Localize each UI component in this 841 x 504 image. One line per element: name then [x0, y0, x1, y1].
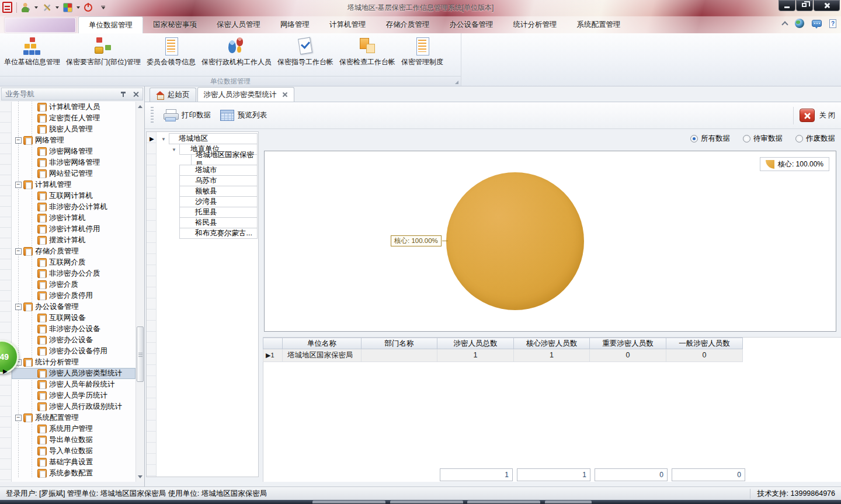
sidebar-tree-item[interactable]: 涉密介质 — [12, 279, 135, 290]
cell-general[interactable]: 0 — [666, 349, 743, 362]
col-header-total[interactable]: 涉密人员总数 — [437, 338, 514, 349]
sidebar-tree-item[interactable]: 网站登记管理 — [12, 168, 135, 179]
sidebar-tree-item[interactable]: − 计算机管理 — [12, 179, 135, 190]
toolbar-grip[interactable] — [151, 107, 154, 124]
expander-icon[interactable]: ▼ — [172, 147, 176, 152]
ribbon-button[interactable]: 保密管理制度 — [398, 34, 446, 68]
sidebar-tree-item[interactable]: 非涉密网络管理 — [12, 157, 135, 168]
ribbon-tab[interactable]: 单位数据管理 — [78, 16, 143, 33]
sidebar-tree-item[interactable]: 导入单位数据 — [12, 446, 135, 457]
ribbon-tab[interactable]: 网络管理 — [270, 16, 319, 33]
collapse-expander-icon[interactable]: − — [15, 415, 22, 421]
sidebar-tree-item[interactable]: − 存储介质管理 — [12, 246, 135, 257]
sidebar-tree-item[interactable]: 涉密人员学历统计 — [12, 390, 135, 401]
tab-secret-type-statistics[interactable]: 涉密人员涉密类型统计 — [197, 87, 294, 102]
cell-unit-name[interactable]: 塔城地区国家保密局 — [282, 349, 362, 362]
scroll-down-icon[interactable] — [138, 475, 143, 478]
print-data-button[interactable]: 打印数据 — [158, 106, 216, 125]
scrollbar-thumb[interactable] — [137, 326, 144, 382]
collapse-ribbon-chevron-icon[interactable] — [781, 21, 788, 27]
close-tab-button[interactable] — [800, 109, 815, 122]
sidebar-tree-item[interactable]: 互联网介质 — [12, 257, 135, 268]
sidebar-tree-item[interactable]: 涉密人员行政级别统计 — [12, 401, 135, 412]
cell-dept-name[interactable] — [361, 349, 437, 362]
ribbon-button[interactable]: 保密指导工作台帐 — [274, 34, 336, 68]
ribbon-tab[interactable]: 办公设备管理 — [440, 16, 503, 33]
sidebar-tree-item[interactable]: 涉密办公设备 — [12, 335, 135, 346]
sidebar-tree-item[interactable]: 系统参数配置 — [12, 468, 135, 479]
sidebar-tree-item[interactable]: 互联网计算机 — [12, 190, 135, 201]
scroll-up-icon[interactable] — [138, 105, 143, 108]
ribbon-button[interactable]: 保密要害部门(部位)管理 — [63, 34, 144, 68]
collapse-expander-icon[interactable]: − — [15, 137, 22, 144]
radio-pending-data[interactable]: 待审数据 — [743, 134, 783, 144]
expander-icon[interactable]: ▼ — [161, 137, 166, 142]
sidebar-tree-item[interactable]: 涉密人员年龄段统计 — [12, 379, 135, 390]
ribbon-tab[interactable]: 统计分析管理 — [503, 16, 567, 33]
ribbon-button[interactable]: 单位基础信息管理 — [1, 34, 63, 68]
dialog-launcher-icon[interactable] — [455, 81, 458, 84]
cell-total[interactable]: 1 — [437, 349, 514, 362]
sidebar-tree-item[interactable]: 非涉密办公介质 — [12, 268, 135, 279]
region-tree-item[interactable]: 托里县 — [179, 207, 258, 218]
sidebar-tree-item[interactable]: − 办公设备管理 — [12, 301, 135, 312]
sidebar-tree-item[interactable]: 互联网设备 — [12, 312, 135, 324]
sidebar-tree-item[interactable]: 脱密人员管理 — [12, 124, 135, 135]
region-tree-item[interactable]: ▼ 塔城地区 — [169, 133, 258, 144]
sidebar-tree-item[interactable]: 基础字典设置 — [12, 457, 135, 468]
pin-icon[interactable] — [120, 91, 126, 98]
chat-icon[interactable] — [812, 20, 822, 27]
ribbon-tab[interactable]: 计算机管理 — [319, 16, 376, 33]
sidebar-tree-item[interactable]: 涉密办公设备停用 — [12, 346, 135, 357]
tab-start-page[interactable]: 起始页 — [150, 88, 196, 102]
col-header-general[interactable]: 一般涉密人员数 — [666, 338, 743, 349]
preview-list-button[interactable]: 预览列表 — [216, 107, 272, 124]
col-header-important[interactable]: 重要涉密人员数 — [589, 338, 666, 349]
help-icon[interactable] — [829, 19, 836, 28]
sidebar-tree-item[interactable]: 非涉密办公计算机 — [12, 201, 135, 213]
ribbon-button[interactable]: 保密检查工作台帐 — [336, 34, 398, 68]
collapse-expander-icon[interactable]: − — [15, 304, 22, 310]
pie-slice-core[interactable] — [446, 172, 584, 310]
globe-icon[interactable] — [795, 19, 804, 28]
region-tree-item[interactable]: 沙湾县 — [179, 196, 258, 207]
region-tree-item[interactable]: 塔城市 — [179, 165, 258, 176]
sidebar-tree-item[interactable]: 计算机管理人员 — [12, 102, 135, 113]
region-tree-item[interactable]: 额敏县 — [179, 186, 258, 197]
sidebar-tree-item[interactable]: 系统用户管理 — [12, 423, 135, 435]
ribbon-tab[interactable]: 保密人员管理 — [207, 16, 270, 33]
region-tree-item[interactable]: 塔城地区国家保密局 — [191, 154, 258, 165]
sidebar-tree-item[interactable]: 涉密介质停用 — [12, 290, 135, 301]
ribbon-button[interactable]: 保密行政机构工作人员 — [199, 34, 274, 68]
sidebar-tree-item[interactable]: − 统计分析管理 — [12, 357, 135, 368]
sidebar-tree-item[interactable]: 涉密网络管理 — [12, 146, 135, 157]
table-row[interactable]: ▶1 塔城地区国家保密局 1 1 0 0 — [263, 349, 841, 362]
close-sidebar-icon[interactable] — [133, 91, 139, 97]
collapse-expander-icon[interactable]: − — [15, 248, 22, 255]
sidebar-scrollbar[interactable] — [135, 102, 144, 482]
col-header-core[interactable]: 核心涉密人员数 — [513, 338, 590, 349]
region-tree-item[interactable]: 和布克赛尔蒙古... — [179, 228, 258, 239]
cell-core[interactable]: 1 — [513, 349, 590, 362]
close-button[interactable] — [814, 0, 840, 11]
sidebar-tree-item[interactable]: 定密责任人管理 — [12, 113, 135, 124]
sidebar-tree-item[interactable]: 涉密计算机 — [12, 213, 135, 224]
sidebar-tree-item[interactable]: 导出单位数据 — [12, 435, 135, 446]
sidebar-tree-item[interactable]: 非涉密办公设备 — [12, 324, 135, 335]
restore-button[interactable] — [796, 0, 813, 11]
collapse-expander-icon[interactable]: − — [15, 182, 22, 188]
cell-important[interactable]: 0 — [589, 349, 666, 362]
sidebar-tree-item[interactable]: 涉密计算机停用 — [12, 224, 135, 235]
sidebar-tree-item[interactable]: − 网络管理 — [12, 135, 135, 146]
radio-voided-data[interactable]: 作废数据 — [795, 134, 835, 144]
ribbon-button[interactable]: 委员会领导信息 — [144, 34, 199, 68]
sidebar-tree-item[interactable]: 摆渡计算机 — [12, 235, 135, 246]
ribbon-tab[interactable]: 存储介质管理 — [376, 16, 440, 33]
radio-all-data[interactable]: 所有数据 — [690, 134, 730, 144]
col-header-unit-name[interactable]: 单位名称 — [282, 338, 362, 349]
ribbon-tab[interactable]: 国家秘密事项 — [143, 16, 207, 33]
col-header-dept-name[interactable]: 部门名称 — [361, 338, 437, 349]
ribbon-tab[interactable]: 系统配置管理 — [567, 16, 631, 33]
region-tree-item[interactable]: 乌苏市 — [179, 175, 258, 186]
application-menu-button[interactable] — [5, 18, 76, 33]
